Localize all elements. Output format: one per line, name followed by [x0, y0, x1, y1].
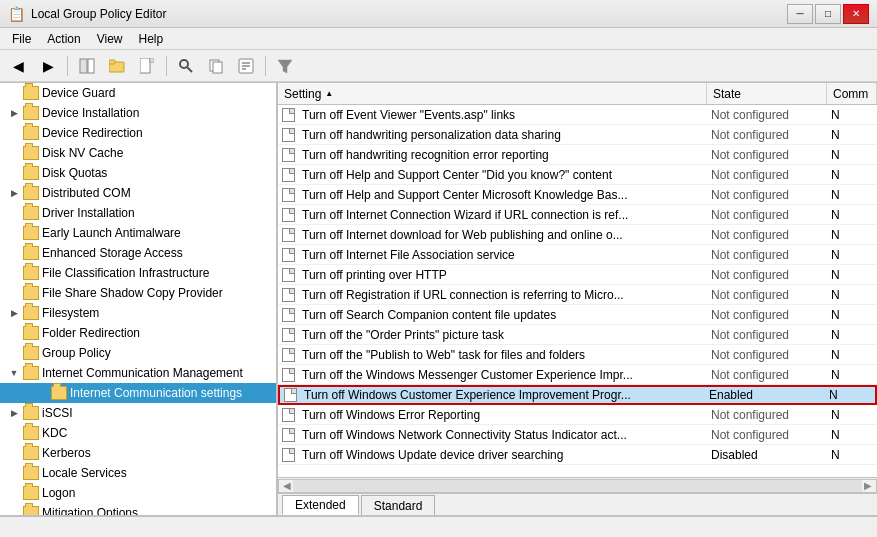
table-row[interactable]: Turn off handwriting personalization dat… — [278, 125, 877, 145]
horizontal-scrollbar[interactable]: ◀ ▶ — [278, 477, 877, 493]
setting-text: Turn off the Windows Messenger Customer … — [302, 368, 633, 382]
cell-setting: Turn off the Windows Messenger Customer … — [278, 365, 707, 384]
tree-pane[interactable]: Device Guard ▶ Device Installation Devic… — [0, 83, 278, 515]
tree-item-label: File Classification Infrastructure — [42, 266, 209, 280]
folder-icon — [23, 286, 39, 300]
main-content: Device Guard ▶ Device Installation Devic… — [0, 82, 877, 515]
setting-text: Turn off Help and Support Center Microso… — [302, 188, 628, 202]
table-row[interactable]: Turn off handwriting recognition error r… — [278, 145, 877, 165]
menu-file[interactable]: File — [4, 30, 39, 48]
page-button[interactable] — [133, 53, 161, 79]
policy-icon — [282, 108, 295, 122]
properties-button[interactable] — [232, 53, 260, 79]
cell-setting: Turn off Windows Error Reporting — [278, 405, 707, 424]
policy-icon — [282, 268, 295, 282]
table-row[interactable]: Turn off Windows Error Reporting Not con… — [278, 405, 877, 425]
folder-icon — [23, 266, 39, 280]
tree-item[interactable]: ▶ Filesystem — [0, 303, 276, 323]
table-row[interactable]: Turn off Internet download for Web publi… — [278, 225, 877, 245]
tree-item[interactable]: ▼ Internet Communication Management — [0, 363, 276, 383]
close-button[interactable]: ✕ — [843, 4, 869, 24]
tree-item[interactable]: File Share Shadow Copy Provider — [0, 283, 276, 303]
col-header-setting[interactable]: Setting ▲ — [278, 83, 707, 104]
table-row[interactable]: Turn off Windows Customer Experience Imp… — [278, 385, 877, 405]
table-body[interactable]: Turn off Event Viewer "Events.asp" links… — [278, 105, 877, 477]
folder-button[interactable] — [103, 53, 131, 79]
folder-icon — [23, 106, 39, 120]
tab-standard[interactable]: Standard — [361, 495, 436, 515]
tree-item[interactable]: ▶ iSCSI — [0, 403, 276, 423]
table-row[interactable]: Turn off Windows Update device driver se… — [278, 445, 877, 465]
folder-icon — [23, 246, 39, 260]
folder-icon — [23, 186, 39, 200]
cell-setting: Turn off the "Publish to Web" task for f… — [278, 345, 707, 364]
tree-item[interactable]: Device Redirection — [0, 123, 276, 143]
menu-view[interactable]: View — [89, 30, 131, 48]
table-row[interactable]: Turn off the Windows Messenger Customer … — [278, 365, 877, 385]
expand-arrow[interactable]: ▶ — [8, 307, 20, 319]
setting-text: Turn off the "Publish to Web" task for f… — [302, 348, 585, 362]
col-header-state[interactable]: State — [707, 83, 827, 104]
cell-setting: Turn off Internet download for Web publi… — [278, 225, 707, 244]
forward-button[interactable]: ▶ — [34, 53, 62, 79]
tree-item[interactable]: Mitigation Options — [0, 503, 276, 515]
table-row[interactable]: Turn off Event Viewer "Events.asp" links… — [278, 105, 877, 125]
tree-item[interactable]: Disk NV Cache — [0, 143, 276, 163]
tab-extended[interactable]: Extended — [282, 495, 359, 515]
expand-arrow[interactable]: ▶ — [8, 107, 20, 119]
cell-setting: Turn off the "Order Prints" picture task — [278, 325, 707, 344]
tree-item[interactable]: File Classification Infrastructure — [0, 263, 276, 283]
tree-item[interactable]: Driver Installation — [0, 203, 276, 223]
minimize-button[interactable]: ─ — [787, 4, 813, 24]
setting-text: Turn off the "Order Prints" picture task — [302, 328, 504, 342]
policy-icon — [282, 128, 295, 142]
tree-item[interactable]: Disk Quotas — [0, 163, 276, 183]
table-row[interactable]: Turn off Help and Support Center Microso… — [278, 185, 877, 205]
col-header-comment[interactable]: Comm — [827, 83, 877, 104]
table-row[interactable]: Turn off the "Publish to Web" task for f… — [278, 345, 877, 365]
setting-text: Turn off Windows Network Connectivity St… — [302, 428, 627, 442]
table-row[interactable]: Turn off Windows Network Connectivity St… — [278, 425, 877, 445]
tree-item[interactable]: KDC — [0, 423, 276, 443]
expand-arrow[interactable]: ▶ — [8, 187, 20, 199]
table-row[interactable]: Turn off Registration if URL connection … — [278, 285, 877, 305]
expand-arrow[interactable]: ▼ — [8, 367, 20, 379]
show-hide-button[interactable] — [73, 53, 101, 79]
tree-item[interactable]: Early Launch Antimalware — [0, 223, 276, 243]
tree-item[interactable]: Internet Communication settings — [0, 383, 276, 403]
menu-help[interactable]: Help — [131, 30, 172, 48]
table-row[interactable]: Turn off printing over HTTP Not configur… — [278, 265, 877, 285]
table-row[interactable]: Turn off Help and Support Center "Did yo… — [278, 165, 877, 185]
tree-item[interactable]: ▶ Distributed COM — [0, 183, 276, 203]
tree-item[interactable]: Locale Services — [0, 463, 276, 483]
folder-icon — [51, 386, 67, 400]
copy-button[interactable] — [202, 53, 230, 79]
setting-text: Turn off Internet File Association servi… — [302, 248, 515, 262]
tree-item[interactable]: Folder Redirection — [0, 323, 276, 343]
tree-item-label: KDC — [42, 426, 67, 440]
filter-button[interactable] — [271, 53, 299, 79]
search-button[interactable] — [172, 53, 200, 79]
tree-item[interactable]: ▶ Device Installation — [0, 103, 276, 123]
tree-item-label: Internet Communication settings — [70, 386, 242, 400]
maximize-button[interactable]: □ — [815, 4, 841, 24]
tree-item[interactable]: Kerberos — [0, 443, 276, 463]
tree-item[interactable]: Enhanced Storage Access — [0, 243, 276, 263]
tree-item[interactable]: Logon — [0, 483, 276, 503]
expand-arrow[interactable]: ▶ — [8, 407, 20, 419]
setting-text: Turn off Windows Error Reporting — [302, 408, 480, 422]
cell-setting: Turn off Help and Support Center Microso… — [278, 185, 707, 204]
cell-state: Not configured — [707, 125, 827, 144]
menu-action[interactable]: Action — [39, 30, 88, 48]
tree-item[interactable]: Device Guard — [0, 83, 276, 103]
table-row[interactable]: Turn off the "Order Prints" picture task… — [278, 325, 877, 345]
cell-setting: Turn off Registration if URL connection … — [278, 285, 707, 304]
tree-item[interactable]: Group Policy — [0, 343, 276, 363]
table-row[interactable]: Turn off Internet File Association servi… — [278, 245, 877, 265]
cell-state: Not configured — [707, 265, 827, 284]
cell-setting: Turn off Help and Support Center "Did yo… — [278, 165, 707, 184]
table-row[interactable]: Turn off Search Companion content file u… — [278, 305, 877, 325]
back-button[interactable]: ◀ — [4, 53, 32, 79]
cell-state: Not configured — [707, 345, 827, 364]
table-row[interactable]: Turn off Internet Connection Wizard if U… — [278, 205, 877, 225]
